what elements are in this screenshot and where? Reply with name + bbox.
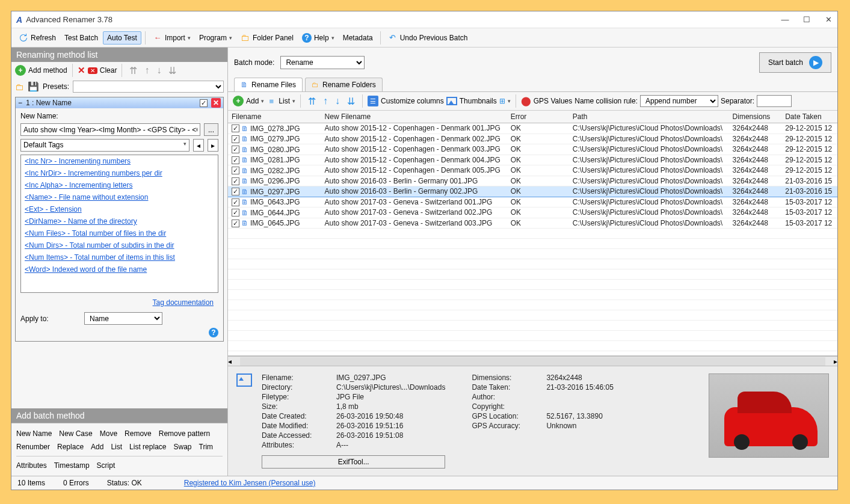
batch-method-new-name[interactable]: New Name <box>16 427 52 440</box>
batch-method-add[interactable]: Add <box>91 440 103 453</box>
batch-method-remove[interactable]: Remove <box>125 427 152 440</box>
batch-method-attributes[interactable]: Attributes <box>16 459 47 472</box>
method-close-button[interactable]: ✕ <box>211 98 221 108</box>
tab-rename-files[interactable]: 🗎Rename Files <box>234 78 303 91</box>
move-top-button[interactable]: ⇈ <box>127 65 140 76</box>
column-header[interactable]: Date Taken <box>781 111 837 123</box>
add-method-icon[interactable]: + <box>15 65 26 76</box>
separator-input[interactable] <box>757 95 792 107</box>
tag-link[interactable]: <DirName> - Name of the directory <box>21 215 218 227</box>
file-grid[interactable]: FilenameNew FilenameErrorPathDimensionsD… <box>228 111 837 356</box>
auto-test-button[interactable]: Auto Test <box>103 31 141 45</box>
maximize-button[interactable]: ☐ <box>802 15 811 24</box>
open-preset-icon[interactable]: 🗀 <box>15 82 24 92</box>
tag-link[interactable]: <Inc Alpha> - Incrementing letters <box>21 179 218 191</box>
import-button[interactable]: ←Import▾ <box>149 31 194 45</box>
batch-mode-select[interactable]: Rename <box>280 56 365 69</box>
folder-panel-button[interactable]: 🗀Folder Panel <box>237 31 297 45</box>
tag-documentation-link[interactable]: Tag documentation <box>20 296 218 309</box>
table-row[interactable]: ✓ 🗎 IMG_0297.JPGAuto show 2016-03 - Berl… <box>228 186 837 197</box>
method-checkbox[interactable]: ✓ <box>200 99 208 107</box>
batch-method-script[interactable]: Script <box>97 459 115 472</box>
exiftool-button[interactable]: ExifTool... <box>262 455 445 469</box>
tag-category-select[interactable]: Default Tags▾ <box>20 139 189 152</box>
separator-label: Separator: <box>721 97 754 105</box>
batch-method-renumber[interactable]: Renumber <box>16 440 50 453</box>
help-button[interactable]: ?Help▾ <box>298 31 338 45</box>
thumbnails-button[interactable]: Thumbnails <box>460 97 497 105</box>
column-header[interactable]: Dimensions <box>729 111 782 123</box>
apply-to-select[interactable]: Name <box>84 312 162 325</box>
tag-link[interactable]: <Inc Nr> - Incrementing numbers <box>21 155 218 167</box>
file-down-button[interactable]: ↓ <box>333 96 342 106</box>
method-header[interactable]: − 1 : New Name ✓ ✕ <box>16 97 223 108</box>
batch-method-timestamp[interactable]: Timestamp <box>54 459 90 472</box>
undo-button[interactable]: ↶Undo Previous Batch <box>384 31 472 45</box>
tag-link[interactable]: <Name> - File name without extension <box>21 191 218 203</box>
tag-link[interactable]: <Num Dirs> - Total number of subdirs in … <box>21 239 218 251</box>
gps-values-button[interactable]: GPS Values <box>534 97 572 105</box>
batch-method-list[interactable]: List <box>111 440 122 453</box>
import-icon: ← <box>153 33 162 43</box>
registration-link[interactable]: Registered to Kim Jensen (Personal use) <box>184 479 316 487</box>
table-row[interactable]: ✓ 🗎 IMG_0280.JPGAuto show 2015-12 - Cope… <box>228 144 837 155</box>
clear-methods-icon[interactable]: ✕ <box>88 67 97 74</box>
close-button[interactable]: ✕ <box>824 15 833 24</box>
column-header[interactable]: Filename <box>228 111 321 123</box>
move-bottom-button[interactable]: ⇊ <box>166 65 179 76</box>
table-row[interactable]: ✓ 🗎 IMG_0278.JPGAuto show 2015-12 - Cope… <box>228 123 837 134</box>
file-top-button[interactable]: ⇈ <box>306 96 318 107</box>
column-header[interactable]: New Filename <box>321 111 507 123</box>
clear-button[interactable]: Clear <box>100 66 117 75</box>
batch-method-remove-pattern[interactable]: Remove pattern <box>159 427 210 440</box>
new-name-input[interactable] <box>20 123 200 136</box>
minimize-button[interactable]: — <box>781 15 789 24</box>
tab-rename-folders[interactable]: 🗀Rename Folders <box>305 78 383 91</box>
move-down-button[interactable]: ↓ <box>154 65 164 76</box>
column-header[interactable]: Path <box>569 111 729 123</box>
method-help-icon[interactable]: ? <box>209 328 218 337</box>
table-row[interactable]: ✓ 🗎 IMG_0281.JPGAuto show 2015-12 - Cope… <box>228 155 837 165</box>
view-mode-icon[interactable]: ⊞ <box>499 97 505 105</box>
add-files-icon[interactable]: + <box>233 96 244 106</box>
tag-link[interactable]: <Num Items> - Total number of items in t… <box>21 251 218 263</box>
list-button[interactable]: List <box>279 97 290 105</box>
batch-method-list-replace[interactable]: List replace <box>129 440 166 453</box>
customize-columns-button[interactable]: Customize columns <box>381 97 444 105</box>
table-row[interactable]: ✓ 🗎 IMG_0643.JPGAuto show 2017-03 - Gene… <box>228 197 837 207</box>
batch-method-swap[interactable]: Swap <box>173 440 191 453</box>
delete-method-icon[interactable]: ✕ <box>78 65 85 76</box>
collision-rule-select[interactable]: Append number <box>640 95 718 107</box>
batch-method-trim[interactable]: Trim <box>199 440 214 453</box>
new-name-browse-button[interactable]: ... <box>204 123 218 136</box>
table-row[interactable]: ✓ 🗎 IMG_0279.JPGAuto show 2015-12 - Cope… <box>228 134 837 144</box>
add-method-button[interactable]: Add method <box>28 66 67 75</box>
column-header[interactable]: Error <box>507 111 569 123</box>
batch-method-new-case[interactable]: New Case <box>59 427 92 440</box>
tag-next-button[interactable]: ▸ <box>208 139 218 152</box>
program-button[interactable]: Program▾ <box>196 32 236 44</box>
table-row[interactable]: ✓ 🗎 IMG_0282.JPGAuto show 2015-12 - Cope… <box>228 165 837 176</box>
batch-method-move[interactable]: Move <box>100 427 117 440</box>
collapse-icon[interactable]: − <box>18 99 22 107</box>
presets-select[interactable] <box>73 81 224 93</box>
horizontal-scrollbar[interactable]: ◂▸ <box>228 356 837 366</box>
move-up-button[interactable]: ↑ <box>142 65 152 76</box>
table-row[interactable]: ✓ 🗎 IMG_0645.JPGAuto show 2017-03 - Gene… <box>228 218 837 229</box>
tag-link[interactable]: <Num Files> - Total number of files in t… <box>21 227 218 239</box>
table-row[interactable]: ✓ 🗎 IMG_0644.JPGAuto show 2017-03 - Gene… <box>228 207 837 218</box>
tag-link[interactable]: <Inc NrDir> - Incrementing numbers per d… <box>21 167 218 179</box>
table-row[interactable]: ✓ 🗎 IMG_0296.JPGAuto show 2016-03 - Berl… <box>228 176 837 186</box>
tag-prev-button[interactable]: ◂ <box>193 139 204 152</box>
test-batch-button[interactable]: Test Batch <box>61 32 102 44</box>
file-bottom-button[interactable]: ⇊ <box>345 96 357 107</box>
tag-link[interactable]: <Word> Indexed word of the file name <box>21 263 218 275</box>
add-button[interactable]: Add <box>246 97 259 105</box>
refresh-button[interactable]: Refresh <box>15 31 60 45</box>
metadata-button[interactable]: Metadata <box>339 32 377 44</box>
tag-link[interactable]: <Ext> - Extension <box>21 203 218 215</box>
batch-method-replace[interactable]: Replace <box>57 440 84 453</box>
file-up-button[interactable]: ↑ <box>321 96 330 106</box>
start-batch-button[interactable]: Start batch▶ <box>759 52 831 73</box>
save-preset-icon[interactable]: 💾 <box>28 81 39 92</box>
